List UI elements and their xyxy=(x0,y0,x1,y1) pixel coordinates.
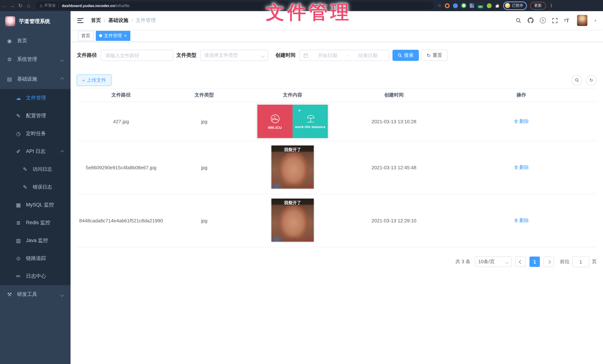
tags-view-bar: 首页 文件管理 × xyxy=(70,30,603,42)
file-path-cell: 8448cada8c714e4ab61f521c8da21990 xyxy=(77,218,165,223)
sidebar-item-api-logs[interactable]: ✐ API 日志 xyxy=(0,143,70,160)
extension-blue-icon[interactable] xyxy=(453,3,458,8)
extension-leaf-icon[interactable] xyxy=(487,3,492,8)
extensions-puzzle-icon[interactable] xyxy=(495,3,500,8)
current-page-button[interactable]: 1 xyxy=(530,257,540,267)
sidebar-item-trace[interactable]: ⊙ 链路追踪 xyxy=(0,250,70,267)
browser-reload-icon[interactable]: ↻ xyxy=(16,3,24,9)
sidebar-item-system-management[interactable]: ⚙ 系统管理 xyxy=(0,50,70,69)
bookmark-star-icon[interactable]: ☆ xyxy=(437,3,441,8)
sidebar-item-access-logs[interactable]: ✎ 访问日志 xyxy=(0,160,70,178)
goto-page-input[interactable] xyxy=(572,256,589,267)
refresh-icon: ↻ xyxy=(590,78,593,83)
tag-close-icon[interactable]: × xyxy=(124,34,127,38)
address-bar[interactable]: ⚠ 不安全 dashboard.yudao.iocoder.cn /infra/… xyxy=(36,1,434,10)
breadcrumb-current: 文件管理 xyxy=(136,17,156,24)
browser-menu-kebab-icon[interactable]: ⋮ xyxy=(549,3,553,8)
total-count-label: 共 3 条 xyxy=(455,258,470,265)
file-content-cell: 996.ICU ☀ work-life balance xyxy=(243,104,342,138)
date-range-picker: - xyxy=(299,50,389,61)
delete-button[interactable]: 删除 xyxy=(514,164,529,171)
tag-home[interactable]: 首页 xyxy=(78,31,93,41)
start-date-input[interactable] xyxy=(310,52,345,58)
breadcrumb-separator: / xyxy=(104,18,105,23)
toggle-search-button[interactable] xyxy=(571,75,582,86)
refresh-table-button[interactable]: ↻ xyxy=(586,75,597,86)
column-header-content: 文件内容 xyxy=(243,92,342,98)
sidebar-item-file-management[interactable]: ☁ 文件管理 xyxy=(0,89,70,107)
goto-label: 前往 xyxy=(560,258,569,265)
end-date-input[interactable] xyxy=(351,52,385,58)
file-type-placeholder: 请选择文件类型 xyxy=(204,52,238,59)
extension-green-icon[interactable] xyxy=(461,3,466,8)
sidebar-item-label: API 日志 xyxy=(26,148,46,155)
font-size-icon[interactable]: TT xyxy=(564,17,569,23)
url-host: dashboard.yudao.iocoder.cn xyxy=(62,3,115,8)
fullscreen-icon[interactable] xyxy=(552,18,558,23)
breadcrumb-home[interactable]: 首页 xyxy=(91,17,101,24)
file-path-input[interactable] xyxy=(105,52,169,58)
sidebar: 芋道管理系统 ◉ 首页 ⚙ 系统管理 ▤ 基础设施 ☁ 文件管理 ✎ 配置管理 xyxy=(0,11,70,364)
tag-file-management[interactable]: 文件管理 × xyxy=(96,31,130,41)
page-size-select[interactable]: 10条/页 xyxy=(475,257,512,267)
browser-profile-chip[interactable]: 已暂停 xyxy=(503,1,527,10)
sidebar-item-config-management[interactable]: ✎ 配置管理 xyxy=(0,107,70,125)
sidebar-item-home[interactable]: ◉ 首页 xyxy=(0,32,70,50)
browser-back-icon[interactable]: ← xyxy=(0,3,8,9)
file-content-cell: 我裂开了 xyxy=(243,198,342,243)
database-icon: ▦ xyxy=(15,202,22,208)
help-icon[interactable]: ? xyxy=(540,17,546,23)
prev-page-button[interactable] xyxy=(515,257,526,267)
search-button[interactable]: 搜索 xyxy=(393,50,419,61)
file-preview-996icu-image: 996.ICU ☀ work-life balance xyxy=(257,104,328,138)
search-icon xyxy=(398,53,402,57)
file-path-input-wrap xyxy=(101,50,173,61)
page-size-value: 10条/页 xyxy=(478,258,495,265)
sidebar-item-log-center[interactable]: ✏ 日志中心 xyxy=(0,267,70,285)
sidebar-item-redis-monitor[interactable]: ≣ Redis 监控 xyxy=(0,214,70,232)
address-divider xyxy=(58,3,59,8)
sidebar-item-infrastructure[interactable]: ▤ 基础设施 xyxy=(0,69,70,89)
delete-button[interactable]: 删除 xyxy=(514,118,529,125)
sidebar-item-mysql-monitor[interactable]: ▦ MySQL 监控 xyxy=(0,196,70,214)
app-logo[interactable]: 芋道管理系统 xyxy=(0,11,70,32)
search-icon[interactable] xyxy=(516,18,521,23)
browser-update-button[interactable]: 更新 xyxy=(530,2,546,10)
create-time-label: 创建时间 xyxy=(276,52,296,59)
browser-home-icon[interactable]: ⌂ xyxy=(24,3,33,9)
sidebar-item-label: 系统管理 xyxy=(17,56,37,63)
browser-forward-icon[interactable]: → xyxy=(8,3,16,9)
extension-grid-icon[interactable] xyxy=(470,3,474,8)
actions-cell: 删除 xyxy=(446,164,597,171)
user-dropdown-caret-icon[interactable]: ▾ xyxy=(594,18,596,23)
monitor-icon: ▤ xyxy=(6,76,13,82)
extension-orange-icon[interactable] xyxy=(445,3,450,8)
file-type-select[interactable]: 请选择文件类型 xyxy=(200,50,268,61)
sidebar-item-label: 错误日志 xyxy=(33,184,52,191)
date-range-separator: - xyxy=(347,53,348,58)
user-avatar[interactable] xyxy=(577,15,587,26)
file-path-cell: 5e8609290e915c4fa8b08e67.jpg xyxy=(77,165,165,170)
table-row: 5e8609290e915c4fa8b08e67.jpg jpg 我裂开了 20… xyxy=(77,141,597,194)
github-icon[interactable] xyxy=(528,17,533,23)
extension-on-toggle-icon[interactable]: on xyxy=(477,3,483,9)
sidebar-item-error-logs[interactable]: ✎ 错误日志 xyxy=(0,178,70,196)
reset-button[interactable]: ↻ 重置 xyxy=(421,50,447,61)
timer-icon: ◷ xyxy=(15,131,22,136)
url-path: /infra/file xyxy=(115,3,130,8)
hamburger-menu-icon[interactable] xyxy=(77,18,83,23)
delete-button[interactable]: 删除 xyxy=(514,217,529,224)
sidebar-submenu-infrastructure: ☁ 文件管理 ✎ 配置管理 ◷ 定时任务 ✐ API 日志 ✎ 访问日志 ✎ xyxy=(0,89,70,285)
upload-file-button[interactable]: + 上传文件 xyxy=(77,75,111,86)
page-content: 文件路径 文件类型 请选择文件类型 创建时间 - xyxy=(70,42,603,278)
next-page-button[interactable] xyxy=(544,257,554,267)
active-dot-icon xyxy=(99,34,102,37)
chevron-down-icon xyxy=(61,292,63,297)
meme-caption: 我裂开了 xyxy=(271,147,314,152)
main-area: 首页 / 基础设施 / 文件管理 ? TT xyxy=(70,11,603,364)
breadcrumb-infrastructure[interactable]: 基础设施 xyxy=(108,17,128,24)
sidebar-item-scheduled-jobs[interactable]: ◷ 定时任务 xyxy=(0,125,70,143)
cloud-icon: ☁ xyxy=(15,95,22,101)
sidebar-item-dev-tools[interactable]: ⚒ 研发工具 xyxy=(0,285,70,304)
sidebar-item-java-monitor[interactable]: ▥ Java 监控 xyxy=(0,232,70,250)
